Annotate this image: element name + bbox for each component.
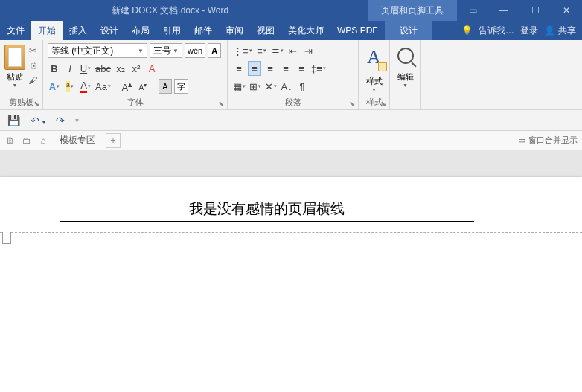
styles-launcher-icon[interactable]: ⬊ bbox=[379, 99, 388, 108]
menu-mail[interactable]: 邮件 bbox=[188, 21, 219, 40]
align-right-button[interactable]: ≡ bbox=[263, 61, 277, 76]
decrease-indent-button[interactable]: ⇤ bbox=[287, 43, 300, 58]
contextual-tools-label: 页眉和页脚工具 bbox=[368, 0, 457, 21]
login-button[interactable]: 登录 bbox=[520, 25, 538, 37]
undo-icon[interactable]: ↶ ▾ bbox=[31, 115, 45, 126]
ribbon: 粘贴 ▼ ✂ ⎘ 🖌 剪贴板 ⬊ 等线 (中文正文)▼ 三号▼ wén A B … bbox=[0, 40, 582, 110]
font-group-label: 字体 bbox=[43, 97, 227, 108]
justify-button[interactable]: ≡ bbox=[279, 61, 292, 76]
menu-context-design[interactable]: 设计 bbox=[385, 21, 432, 40]
share-button[interactable]: 👤 共享 bbox=[544, 25, 576, 37]
group-paragraph: ⋮≡▾ ≡▾ ≣▾ ⇤ ⇥ ≡ ≡ ≡ ≡ ≡ ‡≡▾ ▦▾ ⊞▾ ✕▾ A↓ … bbox=[228, 40, 359, 109]
paste-label: 粘贴 bbox=[7, 71, 23, 83]
increase-indent-button[interactable]: ⇥ bbox=[302, 43, 316, 58]
font-size-combo[interactable]: 三号▼ bbox=[150, 43, 182, 58]
share-icon: 👤 bbox=[544, 25, 555, 36]
group-edit: 编辑 ▼ bbox=[390, 40, 421, 109]
document-tab-bar: 🗎 🗀 ⌂ 模板专区 + ▭ 窗口合并显示 bbox=[0, 131, 582, 150]
menu-bar: 文件 开始 插入 设计 布局 引用 邮件 审阅 视图 美化大师 WPS PDF … bbox=[0, 21, 582, 40]
folder-icon[interactable]: 🗀 bbox=[21, 135, 33, 147]
save-icon[interactable]: 💾 bbox=[7, 115, 20, 126]
qat-customize-icon[interactable]: ▾ bbox=[75, 116, 79, 124]
character-border-button[interactable]: A bbox=[208, 43, 221, 58]
char-shading-button[interactable]: A bbox=[159, 79, 172, 94]
bold-button[interactable]: B bbox=[48, 61, 61, 76]
enclose-char-button[interactable]: 字 bbox=[174, 79, 188, 94]
maximize-icon[interactable]: ☐ bbox=[519, 0, 551, 21]
paragraph-group-label: 段落 bbox=[228, 97, 358, 108]
page[interactable]: 我是没有感情的页眉横线 bbox=[0, 177, 582, 392]
group-font: 等线 (中文正文)▼ 三号▼ wén A B I U▾ abc x₂ x² A … bbox=[43, 40, 228, 109]
subscript-button[interactable]: x₂ bbox=[114, 61, 127, 76]
menu-review[interactable]: 审阅 bbox=[219, 21, 250, 40]
font-name-combo[interactable]: 等线 (中文正文)▼ bbox=[48, 43, 147, 58]
text-effects-button[interactable]: A▾ bbox=[48, 79, 61, 94]
paste-button[interactable]: 粘贴 ▼ bbox=[4, 43, 25, 88]
home-icon[interactable]: ⌂ bbox=[37, 135, 49, 147]
edit-label: 编辑 bbox=[397, 71, 414, 83]
document-canvas: 我是没有感情的页眉横线 bbox=[0, 150, 582, 392]
new-doc-icon[interactable]: 🗎 bbox=[4, 135, 16, 147]
distributed-button[interactable]: ≡ bbox=[295, 61, 308, 76]
clipboard-launcher-icon[interactable]: ⬊ bbox=[32, 99, 41, 108]
borders-button[interactable]: ⊞▾ bbox=[249, 79, 262, 94]
menu-file[interactable]: 文件 bbox=[0, 21, 31, 40]
cut-icon[interactable]: ✂ bbox=[27, 45, 39, 57]
minimize-icon[interactable]: — bbox=[488, 0, 519, 21]
menu-insert[interactable]: 插入 bbox=[63, 21, 94, 40]
underline-button[interactable]: U▾ bbox=[79, 61, 92, 76]
asian-layout-button[interactable]: ✕▾ bbox=[264, 79, 278, 94]
menu-view[interactable]: 视图 bbox=[250, 21, 281, 40]
shrink-font-button[interactable]: A▾ bbox=[136, 79, 150, 94]
styles-icon[interactable]: A bbox=[367, 46, 381, 74]
font-name-value: 等线 (中文正文) bbox=[51, 45, 113, 57]
window-merge-icon[interactable]: ▭ bbox=[518, 135, 525, 145]
highlight-button[interactable]: ª▾ bbox=[63, 79, 77, 94]
change-case-button[interactable]: Aa▾ bbox=[95, 79, 112, 94]
tell-me-label[interactable]: 告诉我… bbox=[479, 25, 514, 37]
copy-icon[interactable]: ⎘ bbox=[27, 60, 39, 71]
menu-home[interactable]: 开始 bbox=[31, 21, 63, 40]
clear-format-button[interactable]: A bbox=[145, 61, 159, 76]
tab-templates[interactable]: 模板专区 bbox=[54, 134, 101, 147]
share-label: 共享 bbox=[558, 25, 576, 37]
quick-access-toolbar: 💾 ↶ ▾ ↷ ▾ bbox=[0, 110, 582, 131]
italic-button[interactable]: I bbox=[63, 61, 77, 76]
lightbulb-icon[interactable]: 💡 bbox=[461, 25, 473, 36]
show-marks-button[interactable]: ¶ bbox=[295, 79, 309, 94]
find-icon[interactable] bbox=[397, 48, 414, 64]
close-icon[interactable]: ✕ bbox=[551, 0, 582, 21]
group-styles: A 样式 ▼ 样式 ⬊ bbox=[359, 40, 390, 109]
menu-layout[interactable]: 布局 bbox=[125, 21, 156, 40]
font-color-button[interactable]: A▾ bbox=[79, 79, 92, 94]
window-merge-label[interactable]: 窗口合并显示 bbox=[528, 135, 578, 146]
redo-icon[interactable]: ↷ bbox=[56, 115, 65, 126]
bullets-button[interactable]: ⋮≡▾ bbox=[232, 43, 253, 58]
new-tab-button[interactable]: + bbox=[106, 133, 121, 148]
numbering-button[interactable]: ≡▾ bbox=[255, 43, 269, 58]
header-area[interactable]: 我是没有感情的页眉横线 bbox=[60, 199, 474, 222]
header-text[interactable]: 我是没有感情的页眉横线 bbox=[60, 199, 474, 219]
header-boundary-tab[interactable] bbox=[2, 232, 11, 244]
font-launcher-icon[interactable]: ⬊ bbox=[217, 99, 226, 108]
align-left-button[interactable]: ≡ bbox=[232, 61, 246, 76]
grow-font-button[interactable]: A▴ bbox=[121, 79, 134, 94]
menu-wpspdf[interactable]: WPS PDF bbox=[330, 21, 385, 40]
sort-button[interactable]: A↓ bbox=[280, 79, 293, 94]
document-title: 新建 DOCX 文档.docx - Word bbox=[112, 4, 228, 17]
menu-design[interactable]: 设计 bbox=[94, 21, 125, 40]
line-spacing-button[interactable]: ‡≡▾ bbox=[310, 61, 327, 76]
shading-button[interactable]: ▦▾ bbox=[232, 79, 246, 94]
format-painter-icon[interactable]: 🖌 bbox=[27, 74, 39, 86]
paragraph-launcher-icon[interactable]: ⬊ bbox=[348, 99, 356, 108]
multilevel-button[interactable]: ≣▾ bbox=[271, 43, 284, 58]
strikethrough-button[interactable]: abc bbox=[95, 61, 112, 76]
pinyin-button[interactable]: wén bbox=[185, 43, 205, 58]
menu-beautify[interactable]: 美化大师 bbox=[281, 21, 330, 40]
font-size-value: 三号 bbox=[153, 45, 171, 57]
align-center-button[interactable]: ≡ bbox=[248, 61, 261, 76]
ribbon-display-icon[interactable]: ▭ bbox=[457, 0, 488, 21]
menu-references[interactable]: 引用 bbox=[156, 21, 188, 40]
group-clipboard: 粘贴 ▼ ✂ ⎘ 🖌 剪贴板 ⬊ bbox=[0, 40, 43, 109]
superscript-button[interactable]: x² bbox=[129, 61, 143, 76]
